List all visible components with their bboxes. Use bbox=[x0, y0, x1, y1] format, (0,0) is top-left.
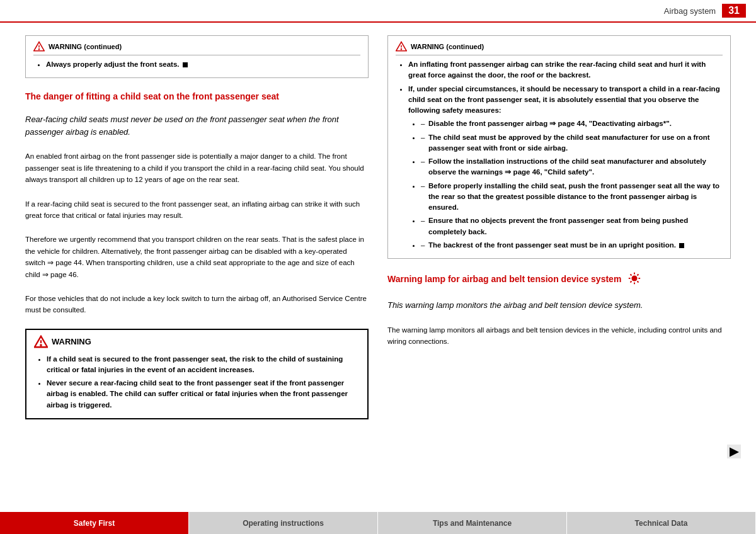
warning-continued-left: WARNING (continued) Always properly adju… bbox=[25, 35, 369, 78]
left-column: WARNING (continued) Always properly adju… bbox=[25, 35, 369, 491]
section-heading-warning-lamp: Warning lamp for airbag and belt tension… bbox=[387, 271, 731, 288]
section-heading-child-seat: The danger of fitting a child seat on th… bbox=[25, 91, 369, 102]
warning-strong-label: WARNING bbox=[52, 337, 91, 346]
svg-point-6 bbox=[632, 275, 638, 281]
warning-bullet-list-right: An inflating front passenger airbag can … bbox=[396, 59, 723, 251]
end-mark bbox=[183, 62, 188, 67]
warning-strong-item-1: If a child seat is secured to the front … bbox=[47, 354, 360, 376]
svg-line-12 bbox=[638, 281, 639, 282]
paragraph-2: If a rear-facing child seat is secured t… bbox=[25, 198, 369, 222]
paragraph-1: An enabled front airbag on the front pas… bbox=[25, 151, 369, 185]
chapter-title: Airbag system bbox=[664, 6, 716, 16]
dash-item-6: The backrest of the front passenger seat… bbox=[421, 240, 723, 251]
warning-strong-left: WARNING If a child seat is secured to th… bbox=[25, 329, 369, 419]
warning-item-left-1: Always properly adjust the front seats. bbox=[46, 59, 360, 70]
end-mark-right bbox=[679, 243, 684, 248]
dash-item-3: Follow the installation instructions of … bbox=[421, 156, 723, 178]
warning-bullet-item-right-1: An inflating front passenger airbag can … bbox=[408, 59, 723, 81]
warning-lamp-icon bbox=[627, 271, 641, 288]
paragraph-4: For those vehicles that do not include a… bbox=[25, 293, 369, 316]
warning-continued-label-left: WARNING (continued) bbox=[49, 43, 122, 50]
warning-triangle-icon-right bbox=[396, 41, 407, 52]
warning-strong-items: If a child seat is secured to the front … bbox=[34, 354, 360, 411]
warning-header-left: WARNING (continued) bbox=[33, 41, 360, 55]
section2-para: The warning lamp monitors all airbags an… bbox=[387, 324, 731, 348]
dash-item-5: Ensure that no objects prevent the front… bbox=[421, 215, 723, 237]
svg-line-13 bbox=[638, 274, 639, 275]
svg-point-1 bbox=[38, 49, 39, 50]
warning-strong-icon bbox=[34, 335, 48, 349]
svg-point-3 bbox=[40, 344, 41, 345]
continue-arrow: ▶ bbox=[727, 445, 741, 458]
dash-item-1: Disable the front passenger airbag ⇒ pag… bbox=[421, 118, 723, 129]
warning-strong-header: WARNING bbox=[34, 335, 360, 349]
page-header: Airbag system 31 bbox=[0, 0, 756, 23]
svg-line-11 bbox=[631, 274, 632, 275]
warning-bullet-item-right-2: If, under special circumstances, it shou… bbox=[408, 84, 723, 251]
footer-tab-operating-instructions[interactable]: Operating instructions bbox=[189, 512, 378, 534]
warning-dash-list: Disable the front passenger airbag ⇒ pag… bbox=[408, 118, 723, 251]
paragraph-3: Therefore we urgently recommend that you… bbox=[25, 234, 369, 280]
footer-tab-technical-data[interactable]: Technical Data bbox=[567, 512, 756, 534]
svg-point-5 bbox=[401, 49, 401, 50]
section2-italic: This warning lamp monitors the airbag an… bbox=[387, 299, 731, 312]
warning-header-right: WARNING (continued) bbox=[396, 41, 723, 55]
dash-item-2: The child seat must be approved by the c… bbox=[421, 132, 723, 154]
main-content: WARNING (continued) Always properly adju… bbox=[0, 23, 756, 503]
page-number: 31 bbox=[722, 4, 746, 18]
right-column: WARNING (continued) An inflating front p… bbox=[387, 35, 731, 491]
footer-tabs: Safety First Operating instructions Tips… bbox=[0, 512, 756, 534]
warning-continued-label-right: WARNING (continued) bbox=[411, 43, 484, 50]
warning-triangle-icon bbox=[33, 41, 45, 52]
dash-item-4: Before properly installing the child sea… bbox=[421, 181, 723, 213]
warning-continued-right: WARNING (continued) An inflating front p… bbox=[387, 35, 731, 259]
warning-items-left: Always properly adjust the front seats. bbox=[33, 59, 360, 70]
footer-tab-safety-first[interactable]: Safety First bbox=[0, 512, 189, 534]
footer-tab-tips-maintenance[interactable]: Tips and Maintenance bbox=[378, 512, 567, 534]
warning-strong-item-2: Never secure a rear-facing child seat to… bbox=[47, 378, 360, 411]
italic-intro: Rear-facing child seats must never be us… bbox=[25, 113, 369, 138]
svg-line-14 bbox=[631, 281, 632, 282]
